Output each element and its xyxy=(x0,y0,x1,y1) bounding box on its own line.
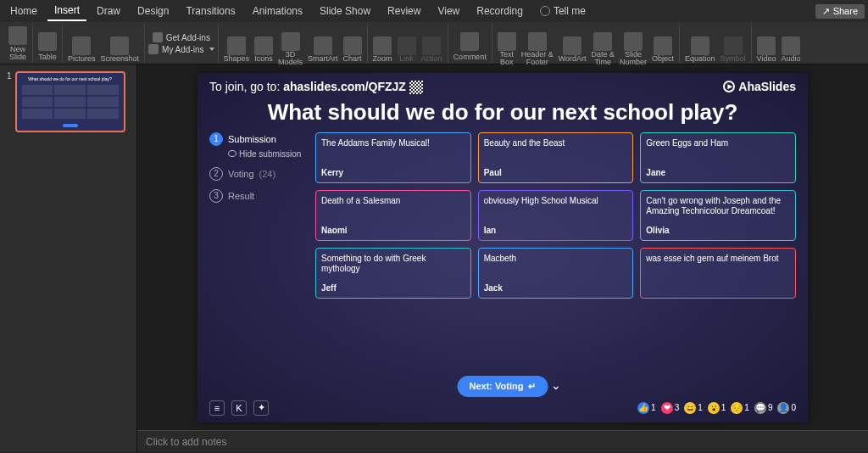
ribbon-header[interactable]: Header & Footer xyxy=(521,32,554,66)
object-label: Object xyxy=(652,55,674,63)
ribbon-links: Zoom Link Action xyxy=(368,24,448,63)
submission-card[interactable]: MacbethJack xyxy=(478,248,634,299)
react-laugh[interactable]: 😄1 xyxy=(684,402,703,414)
menu-draw[interactable]: Draw xyxy=(90,2,127,20)
icons-label: Icons xyxy=(254,55,273,63)
slide-thumbnail[interactable]: What should we do for our next school pl… xyxy=(15,71,125,132)
ribbon-slidenum[interactable]: Slide Number xyxy=(620,32,647,66)
card-answer: obviously High School Musical xyxy=(484,196,628,206)
people-count: 0 xyxy=(791,403,796,412)
menu-animations[interactable]: Animations xyxy=(246,2,309,20)
ribbon-chart[interactable]: Chart xyxy=(343,36,362,63)
smartart-label: SmartArt xyxy=(308,55,338,63)
ribbon-symbols: Equation Symbol xyxy=(680,24,752,63)
like-count: 1 xyxy=(651,403,656,412)
menu-review[interactable]: Review xyxy=(381,2,427,20)
shapes-label: Shapes xyxy=(224,55,250,63)
pictures-label: Pictures xyxy=(68,55,96,63)
chart-label: Chart xyxy=(343,55,362,63)
ribbon-video[interactable]: Video xyxy=(757,36,776,63)
hide-label: Hide submission xyxy=(239,149,301,159)
submission-card[interactable]: obviously High School MusicalIan xyxy=(478,190,634,241)
step1-label: Submission xyxy=(228,134,276,144)
step-result[interactable]: 3Result xyxy=(209,189,307,203)
ribbon-new-slide[interactable]: New Slide xyxy=(3,24,33,63)
ribbon-equation[interactable]: Equation xyxy=(685,36,715,63)
submission-card[interactable]: Can't go wrong with Joseph and the Amazi… xyxy=(640,190,796,241)
ribbon-pictures[interactable]: Pictures xyxy=(68,36,96,63)
get-addins-button[interactable]: Get Add-ins xyxy=(153,32,210,42)
ribbon-shapes[interactable]: Shapes xyxy=(224,36,250,63)
ribbon-smartart[interactable]: SmartArt xyxy=(308,36,338,63)
icons-icon xyxy=(254,36,273,55)
comment-label: Comment xyxy=(453,53,487,61)
menu-transitions[interactable]: Transitions xyxy=(179,2,242,20)
menu-recording[interactable]: Recording xyxy=(470,2,530,20)
my-addins-button[interactable]: My Add-ins xyxy=(148,44,214,54)
react-people[interactable]: 👤0 xyxy=(777,402,796,414)
hide-submission[interactable]: Hide submission xyxy=(228,149,307,159)
chevron-down-more-icon[interactable]: ⌄ xyxy=(315,378,796,392)
card-answer: The Addams Family Musical! xyxy=(321,138,465,148)
react-heart[interactable]: ❤3 xyxy=(661,402,680,414)
audio-icon xyxy=(782,36,800,55)
symbol-icon xyxy=(724,36,743,55)
ribbon-comment[interactable]: Comment xyxy=(448,24,492,63)
menu-slideshow[interactable]: Slide Show xyxy=(313,2,377,20)
ribbon-link[interactable]: Link xyxy=(398,36,416,63)
menu-view[interactable]: View xyxy=(431,2,466,20)
submission-card[interactable]: Green Eggs and HamJane xyxy=(640,132,796,183)
ribbon-object[interactable]: Object xyxy=(652,36,674,63)
ribbon-table[interactable]: Table xyxy=(33,24,63,63)
submission-card[interactable]: Death of a SalesmanNaomi xyxy=(315,190,471,241)
people-icon: 👤 xyxy=(777,402,789,414)
ribbon-datetime[interactable]: Date & Time xyxy=(592,32,615,66)
react-sad[interactable]: 😔1 xyxy=(731,402,749,414)
ribbon-audio[interactable]: Audio xyxy=(781,36,800,63)
step-voting[interactable]: 2Voting (24) xyxy=(209,167,307,181)
keyboard-icon[interactable]: K xyxy=(231,400,247,416)
ribbon-icons[interactable]: Icons xyxy=(254,36,273,63)
eye-off-icon xyxy=(228,150,236,157)
ribbon-textbox[interactable]: Text Box xyxy=(498,32,516,66)
menu-home[interactable]: Home xyxy=(3,2,44,20)
slide-canvas[interactable]: To join, go to: ahaslides.com/QFZJZ AhaS… xyxy=(198,73,808,422)
card-author: Paul xyxy=(484,168,628,177)
equation-label: Equation xyxy=(685,55,715,63)
submission-card[interactable]: The Addams Family Musical!Kerry xyxy=(315,132,471,183)
submission-card[interactable]: Something to do with Greek mythologyJeff xyxy=(315,248,471,299)
menu-hamburger-icon[interactable]: ≡ xyxy=(209,400,225,416)
menu-design[interactable]: Design xyxy=(131,2,175,20)
ribbon-screenshot[interactable]: Screenshot xyxy=(101,36,140,63)
ribbon-symbol[interactable]: Symbol xyxy=(721,36,746,63)
step-submission[interactable]: 1Submission xyxy=(209,132,307,146)
sparkle-icon[interactable]: ✦ xyxy=(253,400,269,416)
ribbon-illustrations: Shapes Icons 3D Models SmartArt Chart xyxy=(219,24,368,63)
ribbon-zoom[interactable]: Zoom xyxy=(373,36,392,63)
menu-bar: Home Insert Draw Design Transitions Anim… xyxy=(0,0,868,22)
menu-tellme[interactable]: Tell me xyxy=(533,2,593,20)
card-answer: was esse ich gern auf meinem Brot xyxy=(646,254,790,264)
card-author: Jeff xyxy=(321,283,465,293)
notes-panel[interactable]: Click to add notes xyxy=(137,430,868,452)
join-pre: To join, go to: xyxy=(209,80,283,93)
ribbon-wordart[interactable]: WordArt xyxy=(559,36,587,63)
menu-insert[interactable]: Insert xyxy=(47,1,86,21)
submission-card[interactable]: Beauty and the BeastPaul xyxy=(478,132,634,183)
ribbon-action[interactable]: Action xyxy=(421,36,442,63)
card-author: Olivia xyxy=(646,226,790,235)
cards-grid: The Addams Family Musical!KerryBeauty an… xyxy=(315,132,796,377)
ribbon-3dmodels[interactable]: 3D Models xyxy=(278,32,303,66)
next-button[interactable]: Next: Voting↵ xyxy=(458,376,548,397)
pictures-icon xyxy=(72,36,91,55)
submission-card[interactable]: was esse ich gern auf meinem Brot xyxy=(640,248,796,299)
wow-icon: 😮 xyxy=(708,402,720,414)
stage-wrap: To join, go to: ahaslides.com/QFZJZ AhaS… xyxy=(137,64,868,452)
zoom-icon xyxy=(373,36,392,55)
sad-count: 1 xyxy=(744,403,749,412)
react-wow[interactable]: 😮1 xyxy=(708,402,726,414)
share-button[interactable]: ↗Share xyxy=(815,4,865,19)
share-icon: ↗ xyxy=(822,6,830,17)
react-like[interactable]: 👍1 xyxy=(637,402,656,414)
react-chat[interactable]: 💬9 xyxy=(754,402,773,414)
